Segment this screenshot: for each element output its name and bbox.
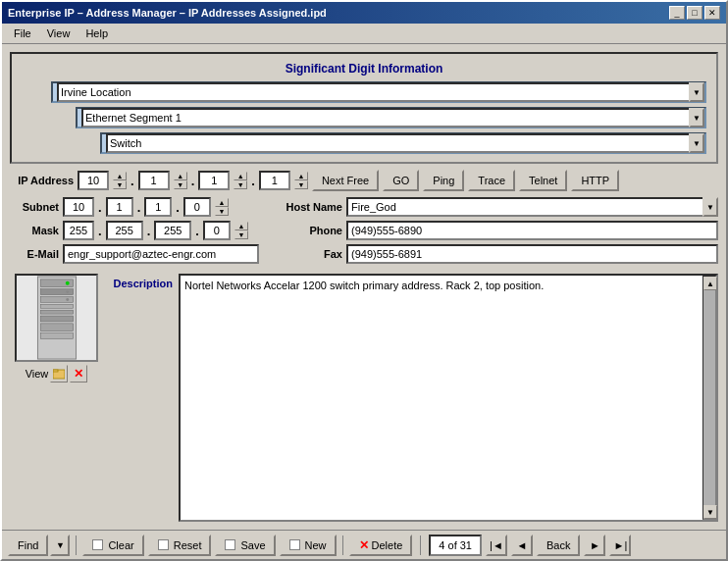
subnet-octet-1[interactable] [63, 197, 94, 217]
dropdown-irvine-wrapper: Irvine Location ▼ [57, 82, 704, 102]
mask-octet-1[interactable] [63, 221, 94, 240]
folder-open-icon [53, 368, 65, 380]
nav-last-button[interactable]: ►| [609, 535, 631, 556]
mask-row: Mask . . . ▲ ▼ [10, 221, 259, 240]
subnet-octet-2[interactable] [106, 197, 133, 217]
next-free-button[interactable]: Next Free [312, 170, 379, 191]
email-label: E-Mail [10, 248, 59, 260]
ip-address-label: IP Address [10, 175, 74, 186]
ip-spin-1-down[interactable]: ▼ [113, 180, 127, 189]
clear-label: Clear [108, 539, 133, 551]
nav-prev-button[interactable]: ◄ [511, 535, 533, 556]
ip-spin-1-up[interactable]: ▲ [113, 172, 127, 180]
telnet-button[interactable]: Telnet [519, 170, 567, 191]
http-button[interactable]: HTTP [571, 170, 619, 191]
svg-point-9 [65, 281, 69, 285]
ip-spin-4-down[interactable]: ▼ [294, 180, 308, 189]
ip-spin-3-down[interactable]: ▼ [234, 180, 247, 189]
subnet-dot-2: . [137, 200, 141, 215]
ip-octet-2[interactable] [138, 171, 170, 190]
scroll-track[interactable] [703, 290, 715, 505]
window-title: Enterprise IP – Address Manager – IP Add… [8, 7, 327, 19]
subnet-dot-3: . [176, 200, 180, 215]
thumbnail-open-button[interactable] [50, 365, 68, 382]
mask-dot-2: . [147, 224, 151, 238]
menu-view[interactable]: View [39, 26, 78, 41]
mask-spin-down[interactable]: ▼ [234, 230, 248, 239]
ip-spin-3-up[interactable]: ▲ [234, 172, 247, 180]
fax-row: Fax [269, 244, 718, 264]
mask-label: Mask [10, 225, 59, 236]
minimize-button[interactable]: _ [669, 6, 685, 20]
scroll-down-button[interactable]: ▼ [703, 505, 717, 519]
sig-row-3: Switch ▼ [22, 132, 706, 154]
nav-next-icon: ► [590, 539, 600, 551]
go-button[interactable]: GO [383, 170, 419, 191]
ip-dot-1: . [130, 174, 134, 188]
ip-octet-3[interactable] [198, 171, 230, 190]
save-button[interactable]: Save [215, 535, 275, 556]
find-dropdown-button[interactable]: ▼ [50, 535, 70, 556]
maximize-button[interactable]: □ [687, 6, 702, 20]
subnet-spin-up[interactable]: ▲ [215, 198, 229, 207]
hostname-select[interactable]: Fire_God [346, 197, 718, 217]
ip-spin-4-up[interactable]: ▲ [294, 172, 308, 180]
ip-spin-2-down[interactable]: ▼ [174, 180, 187, 189]
ip-spin-2: ▲ ▼ [174, 172, 187, 189]
ip-spin-3: ▲ ▼ [234, 172, 247, 189]
ping-button[interactable]: Ping [423, 170, 464, 191]
new-button[interactable]: New [280, 535, 337, 556]
mask-octet-2[interactable] [106, 221, 143, 240]
menu-file[interactable]: File [6, 26, 39, 41]
mask-octet-4[interactable] [203, 221, 231, 240]
phone-input[interactable] [346, 221, 718, 240]
ip-octet-4[interactable] [259, 171, 290, 190]
hostname-wrapper: Fire_God ▼ [346, 197, 718, 217]
delete-button[interactable]: ✕ Delete [349, 535, 413, 556]
fax-input[interactable] [346, 244, 718, 264]
server-thumbnail [32, 275, 81, 361]
subnet-octet-3[interactable] [144, 197, 172, 217]
reset-checkbox-icon [158, 539, 169, 550]
description-section: View ✕ Description ▲ [10, 274, 718, 522]
dropdown-switch[interactable]: Switch [106, 133, 704, 153]
scroll-up-button[interactable]: ▲ [703, 277, 717, 290]
divider-2 [342, 536, 343, 555]
ip-dot-3: . [251, 174, 255, 188]
dropdown-ethernet[interactable]: Ethernet Segment 1 [81, 108, 704, 128]
sig-digit-rows: Irvine Location ▼ Ethernet Segment 1 [22, 81, 706, 154]
subnet-spin-down[interactable]: ▼ [215, 207, 229, 216]
dropdown-irvine[interactable]: Irvine Location [57, 82, 704, 102]
subnet-octet-4[interactable] [183, 197, 211, 217]
title-bar-buttons: _ □ ✕ [669, 6, 720, 20]
description-label: Description [109, 276, 173, 289]
menu-help[interactable]: Help [78, 26, 116, 41]
close-button[interactable]: ✕ [704, 6, 720, 20]
mask-dot-1: . [98, 224, 102, 238]
clear-checkbox-icon [92, 539, 103, 550]
nav-next-button[interactable]: ► [584, 535, 605, 556]
description-scrollbar: ▲ ▼ [702, 276, 716, 520]
fax-label: Fax [269, 248, 342, 260]
trace-button[interactable]: Trace [468, 170, 515, 191]
description-textarea[interactable] [181, 276, 702, 520]
reset-button[interactable]: Reset [148, 535, 212, 556]
divider-1 [76, 536, 77, 555]
main-window: Enterprise IP – Address Manager – IP Add… [0, 0, 728, 561]
menubar: File View Help [2, 24, 726, 44]
svg-rect-7 [40, 324, 73, 332]
nav-first-button[interactable]: |◄ [486, 535, 507, 556]
sig-row-1: Irvine Location ▼ [22, 81, 706, 103]
sig-indent-1: Irvine Location ▼ [51, 81, 706, 103]
back-button[interactable]: Back [537, 535, 580, 556]
find-button[interactable]: Find [8, 535, 48, 556]
mask-spin-up[interactable]: ▲ [234, 222, 248, 230]
ip-spin-2-up[interactable]: ▲ [174, 172, 187, 180]
thumbnail-delete-button[interactable]: ✕ [70, 365, 87, 382]
email-input[interactable] [63, 244, 259, 264]
ip-octet-1[interactable] [78, 171, 109, 190]
mask-octet-3[interactable] [154, 221, 191, 240]
clear-button[interactable]: Clear [82, 535, 143, 556]
back-label: Back [546, 539, 570, 551]
thumbnail-controls: View ✕ [26, 365, 88, 382]
